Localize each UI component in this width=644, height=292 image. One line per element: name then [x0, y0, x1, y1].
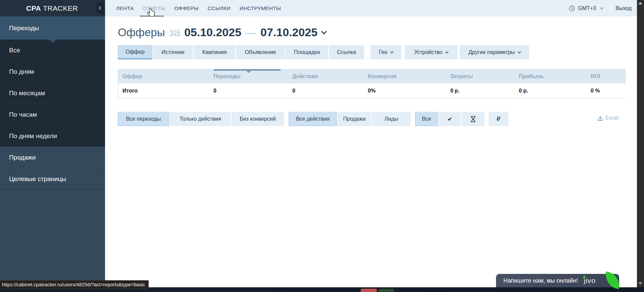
tab-link[interactable]: Ссылка	[329, 45, 364, 59]
title-preposition: за	[169, 26, 180, 39]
geo-dropdown-label: Гео	[379, 49, 387, 55]
geo-dropdown[interactable]: Гео	[370, 45, 401, 59]
filter-sales[interactable]: Продажи	[338, 112, 371, 126]
sidebar-item-label: Переходы	[9, 24, 39, 32]
main-nav: ЛЕНТА ОТЧЕТЫ ОФФЕРЫ ССЫЛКИ ИНСТРУМЕНТЫ	[105, 5, 281, 11]
tab-offer[interactable]: Оффер	[118, 45, 152, 59]
subitem-label: Все	[9, 47, 20, 54]
browser-status-tooltip: https://cabinet.cpatracker.ru/users/4825…	[0, 280, 149, 289]
nav-item-tools[interactable]: ИНСТРУМЕНТЫ	[240, 5, 281, 11]
chat-widget[interactable]: Напишите нам, мы онлайн! jivo	[496, 274, 619, 287]
page-title: Офферы	[118, 26, 165, 39]
table-row-total: Итого 0 0 0% 0 р. 0 р. 0 %	[118, 83, 625, 98]
total-costs: 0 р.	[446, 83, 514, 98]
tab-campaign[interactable]: Кампания	[194, 45, 235, 59]
column-header-profit[interactable]: Прибыль	[514, 69, 586, 83]
sidebar-item-transitions[interactable]: Переходы	[0, 16, 105, 40]
download-icon	[597, 115, 603, 121]
sidebar-collapse-button[interactable]	[94, 2, 105, 14]
subitem-label: По дням	[9, 68, 34, 75]
chevron-down-icon[interactable]	[600, 6, 603, 9]
sidebar-item-landing-pages[interactable]: Целевые страницы	[0, 168, 105, 190]
app-logo-bold: CPA	[26, 4, 41, 12]
date-to[interactable]: 07.10.2025	[260, 26, 317, 39]
main-content: Офферы за 05.10.2025 — 07.10.2025 Оффер …	[105, 16, 637, 287]
sidebar-subitem-all[interactable]: Все	[0, 40, 105, 61]
total-roi: 0 %	[586, 83, 626, 98]
tab-ad[interactable]: Объявление	[236, 45, 285, 59]
filter-status-approved[interactable]: ✔	[439, 112, 461, 126]
hourglass-icon	[470, 116, 476, 122]
sidebar-subitem-by-months[interactable]: По месяцам	[0, 82, 105, 104]
total-profit: 0 р.	[514, 83, 586, 98]
filter-leads[interactable]: Лиды	[372, 112, 411, 126]
filter-status-all[interactable]: Все	[415, 112, 438, 126]
jivo-logo-text: jivo	[584, 277, 596, 284]
column-header-actions[interactable]: Действия	[288, 69, 363, 83]
chevron-down-icon	[390, 50, 394, 53]
column-header-offer[interactable]: Оффер	[118, 69, 209, 83]
sidebar-subitem-by-weekdays[interactable]: По дням недели	[0, 125, 105, 147]
report-tabs: Оффер Источник Кампания Объявление Площа…	[118, 45, 529, 59]
taskbar-icon-red[interactable]	[361, 289, 377, 292]
sidebar-item-sales[interactable]: Продажи	[0, 147, 105, 168]
export-excel-label: Excel	[605, 115, 618, 121]
total-label: Итого	[118, 83, 209, 98]
filter-all-actions[interactable]: Все действия	[289, 112, 337, 126]
subitem-label: По дням недели	[9, 132, 57, 140]
app-logo-rest: TRACKER	[41, 4, 78, 12]
filter-all-transitions[interactable]: Все переходы	[118, 112, 169, 126]
sidebar: CPA TRACKER Переходы Все По дням По меся…	[0, 0, 105, 292]
column-header-roi[interactable]: ROI	[586, 69, 626, 83]
timezone-selector[interactable]: GMT+3	[578, 5, 596, 11]
sidebar-submenu: Все По дням По месяцам По часам По дням …	[0, 40, 105, 147]
nav-item-links[interactable]: ССЫЛКИ	[208, 5, 231, 11]
taskbar-icon-green[interactable]	[379, 289, 394, 292]
selected-notch	[49, 40, 56, 43]
total-transitions: 0	[209, 83, 288, 98]
chevron-down-icon	[518, 50, 521, 53]
tab-platform[interactable]: Площадка	[286, 45, 328, 59]
browser-scrollbar[interactable]	[637, 0, 644, 287]
nav-item-feed[interactable]: ЛЕНТА	[116, 5, 134, 11]
date-dash: —	[245, 26, 256, 39]
column-header-conversion[interactable]: Конверсия	[363, 69, 446, 83]
export-excel-button[interactable]: Excel	[597, 115, 618, 121]
column-header-costs[interactable]: Затраты	[446, 69, 514, 83]
sidebar-item-label: Продажи	[9, 154, 36, 161]
filter-status-pending[interactable]	[462, 112, 485, 126]
sidebar-subitem-by-days[interactable]: По дням	[0, 61, 105, 82]
date-from[interactable]: 05.10.2025	[184, 26, 241, 39]
scroll-down-arrow-icon[interactable]	[638, 282, 642, 285]
other-params-dropdown[interactable]: Другие параметры	[460, 45, 529, 59]
chevron-left-icon	[99, 6, 102, 10]
filter-only-actions[interactable]: Только действия	[170, 112, 231, 126]
logout-link[interactable]: Выход	[615, 5, 632, 11]
jivo-logo: jivo	[584, 277, 596, 285]
filter-no-conversions[interactable]: Без конверсий	[232, 112, 284, 126]
chat-message: Напишите нам, мы онлайн!	[496, 277, 578, 284]
report-title-row: Офферы за 05.10.2025 — 07.10.2025	[118, 26, 327, 39]
app-logo: CPA TRACKER	[26, 4, 78, 12]
total-conversion: 0%	[363, 83, 446, 98]
report-table: Оффер Переходы Действия Конверсия Затрат…	[118, 69, 626, 99]
device-dropdown-label: Устройство	[414, 49, 442, 55]
sidebar-subitem-by-hours[interactable]: По часам	[0, 104, 105, 125]
subitem-label: По месяцам	[9, 90, 45, 97]
date-range-caret-icon[interactable]	[321, 28, 327, 34]
nav-item-offers[interactable]: ОФФЕРЫ	[175, 5, 199, 11]
mouse-cursor-pointer	[147, 7, 156, 19]
filters-row: Все переходы Только действия Без конверс…	[118, 112, 509, 126]
chevron-down-icon	[445, 50, 448, 53]
sidebar-header: CPA TRACKER	[0, 0, 105, 16]
filter-currency-ruble[interactable]: ₽	[489, 112, 508, 126]
tab-source[interactable]: Источник	[153, 45, 193, 59]
other-params-dropdown-label: Другие параметры	[468, 49, 515, 55]
clock-icon	[569, 5, 575, 11]
column-header-transitions[interactable]: Переходы	[209, 69, 288, 83]
scroll-up-arrow-icon[interactable]	[638, 2, 642, 4]
sidebar-item-label: Целевые страницы	[9, 175, 66, 183]
subitem-label: По часам	[9, 111, 37, 118]
ruble-icon: ₽	[497, 115, 500, 123]
device-dropdown[interactable]: Устройство	[405, 45, 457, 59]
